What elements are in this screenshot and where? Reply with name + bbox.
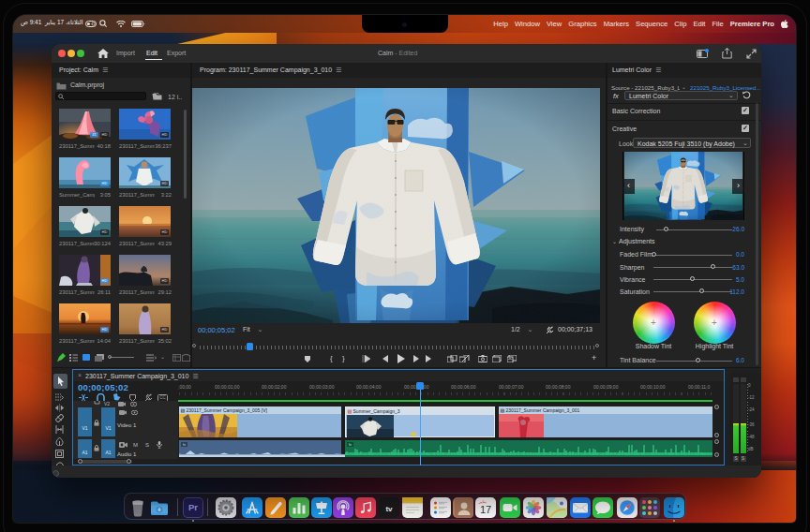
svg-text:tv: tv [385,504,393,512]
svg-text:17: 17 [480,504,491,515]
